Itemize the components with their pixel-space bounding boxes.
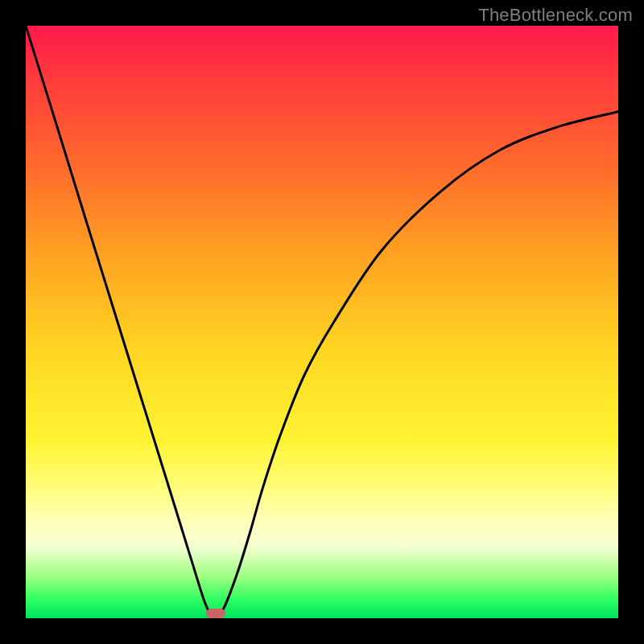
watermark-text: TheBottleneck.com — [478, 5, 633, 26]
plot-area — [26, 26, 618, 618]
minimum-marker — [206, 609, 225, 618]
chart-frame: TheBottleneck.com — [0, 0, 644, 644]
curve-path — [26, 26, 618, 617]
bottleneck-curve — [26, 26, 618, 618]
